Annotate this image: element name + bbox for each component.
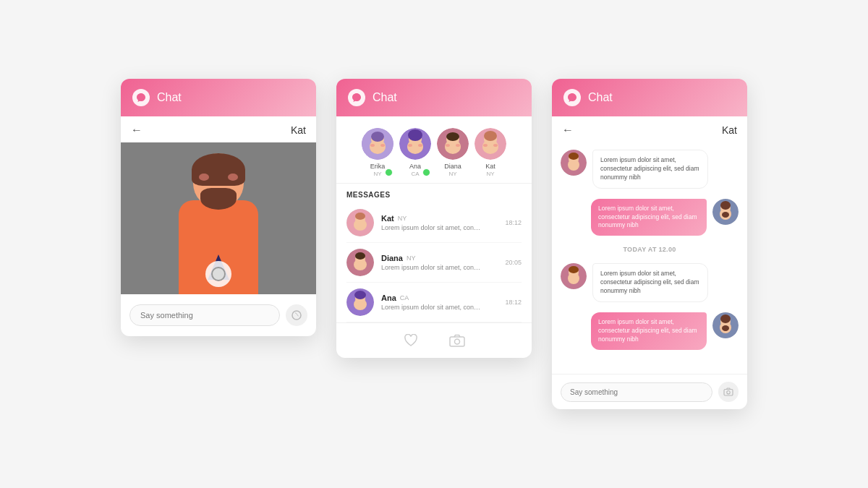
msg-name-kat: Kat [381, 214, 394, 223]
svg-rect-37 [450, 337, 464, 346]
svg-point-36 [354, 291, 366, 299]
msg-name-row-kat: Kat NY [381, 214, 498, 223]
screen3-contact-name: Kat [722, 124, 737, 136]
svg-point-4 [371, 132, 384, 142]
story-ana[interactable]: Ana CA [399, 128, 431, 177]
screen1-nav: ← Kat [121, 116, 316, 142]
screen2-header: Chat [336, 79, 532, 116]
msg-info-kat: Kat NY Lorem ipsum dolor sit amet, conse… [381, 214, 498, 231]
svg-point-6 [380, 144, 385, 147]
story-face-erika [362, 128, 393, 160]
story-diana[interactable]: Diana NY [437, 128, 469, 177]
message-item-kat[interactable]: Kat NY Lorem ipsum dolor sit amet, conse… [346, 203, 522, 243]
svg-point-18 [456, 144, 460, 147]
msg-time-diana: 20:05 [505, 259, 522, 266]
story-kat[interactable]: Kat NY [475, 128, 506, 177]
message-item-ana[interactable]: Ana CA Lorem ipsum dolor sit amet, conse… [346, 283, 522, 322]
man-beard [200, 188, 237, 210]
svg-point-17 [446, 144, 450, 147]
chat-avatar-man-1 [712, 199, 739, 225]
story-avatar-ana [399, 128, 431, 160]
msg-avatar-diana [346, 249, 374, 276]
msg-preview-kat: Lorem ipsum dolor sit amet, consectetur … [381, 224, 482, 231]
story-erika[interactable]: Erika NY [362, 128, 393, 177]
screen3-header-title: Chat [588, 91, 613, 104]
chat-header-icon-2 [348, 89, 365, 106]
story-name-diana: Diana [444, 163, 461, 170]
chat-msg-3: Lorem ipsum dolor sit amet, consectetur … [561, 263, 739, 302]
msg-name-ana: Ana [381, 294, 396, 302]
screen2-card: Chat E [336, 79, 532, 358]
chat-avatar-man-2 [712, 312, 739, 338]
chat-messages-area: Lorem ipsum dolor sit amet, consectetur … [552, 142, 747, 374]
man-cheek-left [199, 174, 209, 181]
screen3-message-input[interactable] [561, 382, 712, 402]
date-divider: TODAY AT 12.00 [561, 246, 739, 253]
chat-header-icon-3 [563, 89, 581, 106]
svg-point-11 [408, 144, 412, 147]
svg-point-46 [720, 201, 731, 210]
screen1-contact-name: Kat [291, 124, 306, 136]
screen3-back-button[interactable]: ← [562, 124, 574, 137]
chat-bubble-4: Lorem ipsum dolor sit amet, consectetur … [591, 312, 707, 350]
svg-rect-57 [724, 390, 733, 396]
screen1-header-title: Chat [157, 91, 182, 104]
msg-preview-diana: Lorem ipsum dolor sit amet, consectetur … [381, 264, 482, 271]
heart-icon[interactable] [402, 332, 420, 349]
chat-msg-1: Lorem ipsum dolor sit amet, consectetur … [561, 150, 739, 189]
story-name-ana: Ana [409, 163, 421, 170]
chat-bubble-2: Lorem ipsum dolor sit amet, consectetur … [591, 199, 707, 236]
chat-avatar-kat-1 [561, 150, 587, 176]
story-avatar-erika [362, 128, 393, 160]
story-name-erika: Erika [370, 163, 386, 170]
man-cheek-right [228, 174, 238, 181]
message-item-diana[interactable]: Diana NY Lorem ipsum dolor sit amet, con… [346, 243, 522, 283]
svg-point-28 [355, 213, 365, 220]
screen3-camera-button[interactable] [718, 382, 739, 402]
man-hair [192, 153, 245, 186]
msg-name-row-ana: Ana CA [381, 294, 498, 302]
svg-point-5 [370, 144, 375, 147]
svg-point-56 [722, 325, 729, 331]
story-loc-ana: CA [411, 171, 419, 177]
story-loc-erika: NY [373, 171, 381, 177]
msg-avatar-kat [346, 209, 374, 236]
screen3-header: Chat [552, 79, 747, 116]
capture-button[interactable] [205, 261, 231, 287]
msg-preview-ana: Lorem ipsum dolor sit amet, consectetur … [381, 304, 482, 311]
msg-name-row-diana: Diana NY [381, 254, 498, 262]
msg-info-diana: Diana NY Lorem ipsum dolor sit amet, con… [381, 254, 498, 271]
svg-point-22 [484, 131, 497, 141]
screen1-card: Chat ← Kat [121, 79, 316, 336]
story-name-kat: Kat [485, 163, 495, 170]
chat-bubble-1: Lorem ipsum dolor sit amet, consectetur … [592, 150, 708, 189]
svg-point-0 [292, 311, 301, 320]
svg-point-58 [727, 391, 730, 394]
chat-msg-4: Lorem ipsum dolor sit amet, consectetur … [561, 312, 739, 350]
screen1-back-button[interactable]: ← [131, 124, 142, 137]
svg-point-55 [720, 314, 731, 323]
capture-button-inner [211, 267, 226, 281]
msg-time-ana: 18:12 [505, 299, 522, 306]
chat-bubble-3: Lorem ipsum dolor sit amet, consectetur … [592, 263, 708, 302]
svg-point-12 [418, 144, 422, 147]
screen3-card: Chat ← Kat Lorem ipsum dolor sit amet, c… [552, 79, 747, 409]
camera-icon[interactable] [448, 332, 466, 349]
chat-avatar-kat-2 [561, 263, 587, 289]
screen1-message-input[interactable] [129, 304, 280, 326]
svg-point-10 [408, 129, 422, 141]
screen1-send-button[interactable] [286, 304, 307, 326]
messages-label: MESSAGES [346, 191, 522, 199]
svg-point-38 [455, 339, 460, 344]
story-loc-kat: NY [486, 171, 494, 177]
screens-container: Chat ← Kat [121, 50, 747, 438]
chat-header-icon-1 [132, 89, 150, 106]
msg-loc-diana: NY [407, 254, 416, 262]
svg-point-24 [493, 144, 498, 147]
video-area [121, 142, 316, 294]
screen1-bottom [121, 294, 316, 336]
svg-point-16 [446, 132, 459, 141]
screen3-nav: ← Kat [552, 116, 747, 142]
messages-section: MESSAGES Kat NY Lorem ipsum [336, 184, 532, 322]
screen1-header: Chat [121, 79, 316, 116]
